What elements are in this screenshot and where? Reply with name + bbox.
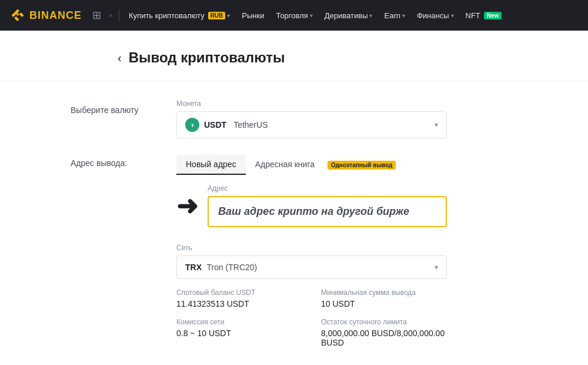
coin-name: TetherUS — [233, 120, 268, 130]
main-content: ‹ Вывод криптовалюты Выберите валюту Мон… — [0, 31, 588, 365]
right-arrow-icon: ➜ — [176, 193, 198, 219]
daily-limit-value: 8,000,000.00 BUSD/8,000,000.00 BUSD — [321, 328, 447, 347]
daily-limit-label: Остаток суточного лимита — [321, 318, 447, 326]
usdt-icon: ₮ — [185, 118, 199, 132]
nav-divider — [119, 9, 119, 21]
tab-address-book[interactable]: Адресная книга — [246, 155, 324, 175]
network-fee-label: Комиссия сети — [176, 318, 302, 326]
nav-buy-crypto[interactable]: Купить криптовалюту RUB ▾ — [124, 9, 235, 22]
rub-badge: RUB — [208, 12, 226, 19]
coin-select-left: ₮ USDT TetherUS — [185, 118, 268, 132]
nav-earn[interactable]: Earn ▾ — [379, 9, 409, 22]
arrow-area: ➜ — [176, 193, 198, 219]
address-input-container: Адрес — [208, 184, 447, 227]
network-select[interactable]: TRX Tron (TRC20) ▾ — [176, 256, 447, 279]
spot-balance-label: Спотовый баланс USDT — [176, 288, 302, 297]
network-fee-value: 0.8 ~ 10 USDT — [176, 328, 302, 338]
earn-chevron: ▾ — [402, 12, 405, 19]
address-input-row: ➜ Адрес — [176, 184, 447, 227]
form-area: Выберите валюту Монета ₮ USDT TetherUS — [0, 81, 588, 347]
network-ticker: TRX — [185, 263, 202, 272]
network-select-left: TRX Tron (TRC20) — [185, 262, 257, 273]
address-row: Адрес вывода: Новый адрес Адресная книга… — [0, 155, 588, 227]
nav-finance[interactable]: Финансы ▾ — [412, 9, 459, 22]
nav-derivatives[interactable]: Деривативы ▾ — [320, 9, 377, 22]
logo-text: BINANCE — [29, 9, 82, 22]
coin-select-chevron: ▾ — [435, 121, 438, 129]
network-field-label: Сеть — [176, 244, 447, 252]
spot-balance-value: 11.41323513 USDT — [176, 299, 302, 308]
info-grid: Спотовый баланс USDT 11.41323513 USDT Ми… — [176, 288, 447, 347]
new-badge: New — [484, 12, 502, 19]
one-step-badge: Одноэтапный вывод — [328, 161, 396, 170]
coin-field-label: Монета — [176, 99, 447, 108]
daily-limit-item: Остаток суточного лимита 8,000,000.00 BU… — [321, 318, 447, 347]
grid-icon[interactable]: ⊞ — [89, 6, 105, 24]
derivatives-chevron: ▾ — [369, 12, 372, 19]
coin-select[interactable]: ₮ USDT TetherUS ▾ — [176, 111, 447, 138]
network-select-chevron: ▾ — [435, 263, 438, 271]
address-control: Новый адрес Адресная книга Одноэтапный в… — [176, 155, 447, 227]
coin-ticker: USDT — [204, 120, 226, 130]
address-input[interactable] — [208, 196, 447, 227]
spot-balance-item: Спотовый баланс USDT 11.41323513 USDT — [176, 288, 302, 308]
trade-chevron: ▾ — [310, 12, 313, 19]
tab-new-address[interactable]: Новый адрес — [176, 155, 246, 175]
logo[interactable]: BINANCE — [9, 7, 82, 24]
network-row: Сеть TRX Tron (TRC20) ▾ Спотовый баланс … — [0, 244, 588, 347]
back-button[interactable]: ‹ — [118, 51, 122, 65]
nav-markets[interactable]: Рынки — [237, 9, 269, 22]
network-fee-item: Комиссия сети 0.8 ~ 10 USDT — [176, 318, 302, 347]
finance-chevron: ▾ — [451, 12, 454, 19]
network-empty-label — [71, 244, 176, 250]
chevron-after-grid: › — [107, 11, 114, 19]
tab-book-container: Адресная книга Одноэтапный вывод — [246, 155, 396, 175]
min-withdrawal-item: Минимальная сумма вывода 10 USDT — [321, 288, 447, 308]
currency-label: Выберите валюту — [71, 99, 176, 115]
address-tabs: Новый адрес Адресная книга Одноэтапный в… — [176, 155, 447, 175]
nav-nft[interactable]: NFT New — [461, 9, 507, 22]
page-title: Вывод криптовалюты — [129, 49, 285, 66]
network-name: Tron (TRC20) — [206, 263, 257, 272]
address-label: Адрес вывода: — [71, 155, 176, 168]
buy-chevron: ▾ — [227, 12, 230, 19]
min-withdrawal-label: Минимальная сумма вывода — [321, 288, 447, 297]
min-withdrawal-value: 10 USDT — [321, 299, 447, 308]
network-control: Сеть TRX Tron (TRC20) ▾ Спотовый баланс … — [176, 244, 447, 347]
address-field-label: Адрес — [208, 184, 447, 193]
nav-trade[interactable]: Торговля ▾ — [271, 9, 317, 22]
page-header: ‹ Вывод криптовалюты — [0, 49, 588, 81]
navbar: BINANCE ⊞ › Купить криптовалюту RUB ▾ Ры… — [0, 0, 588, 31]
currency-control: Монета ₮ USDT TetherUS ▾ — [176, 99, 447, 138]
currency-row: Выберите валюту Монета ₮ USDT TetherUS — [0, 99, 588, 138]
